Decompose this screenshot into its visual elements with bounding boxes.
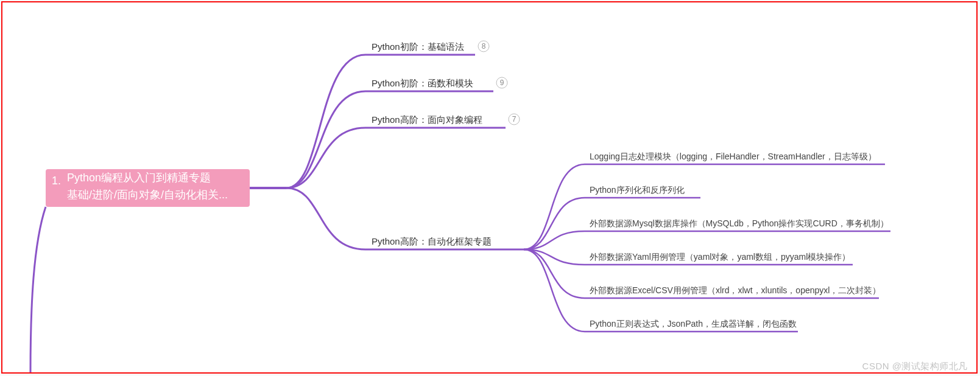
child-label: 外部数据源Mysql数据库操作（MySQLdb，Python操作实现CURD，事… bbox=[590, 218, 889, 228]
root-node[interactable]: 1. Python编程从入门到精通专题 基础/进阶/面向对象/自动化相关... bbox=[46, 169, 250, 207]
branch-3-child-2[interactable]: 外部数据源Mysql数据库操作（MySQLdb，Python操作实现CURD，事… bbox=[524, 218, 890, 249]
branch-3-child-3[interactable]: 外部数据源Yaml用例管理（yaml对象，yaml数组，pyyaml模块操作） bbox=[524, 249, 853, 265]
child-label: 外部数据源Yaml用例管理（yaml对象，yaml数组，pyyaml模块操作） bbox=[590, 252, 850, 262]
branch-3-child-0[interactable]: Logging日志处理模块（logging，FileHandler，Stream… bbox=[524, 151, 885, 249]
watermark-text: CSDN @测试架构师北凡 bbox=[862, 361, 968, 372]
root-line1: Python编程从入门到精通专题 bbox=[67, 172, 211, 184]
branch-2-label: Python高阶：面向对象编程 bbox=[372, 114, 482, 125]
branch-0-badge: 8 bbox=[482, 42, 486, 50]
branch-1-badge: 9 bbox=[500, 78, 504, 87]
branch-1[interactable]: Python初阶：函数和模块 9 bbox=[286, 77, 507, 188]
root-line2: 基础/进阶/面向对象/自动化相关... bbox=[67, 189, 228, 201]
root-prefix: 1. bbox=[52, 175, 61, 187]
child-label: Python正则表达式，JsonPath，生成器详解，闭包函数 bbox=[590, 319, 797, 329]
branch-1-label: Python初阶：函数和模块 bbox=[372, 78, 473, 88]
child-label: Logging日志处理模块（logging，FileHandler，Stream… bbox=[590, 151, 876, 161]
branch-3-child-1[interactable]: Python序列化和反序列化 bbox=[524, 185, 700, 249]
branch-3-label: Python高阶：自动化框架专题 bbox=[372, 236, 492, 246]
branch-2-badge: 7 bbox=[512, 115, 516, 124]
child-label: Python序列化和反序列化 bbox=[590, 185, 685, 195]
branch-0-label: Python初阶：基础语法 bbox=[372, 41, 464, 52]
branch-3[interactable]: Python高阶：自动化框架专题 bbox=[286, 188, 524, 249]
mindmap-canvas: 1. Python编程从入门到精通专题 基础/进阶/面向对象/自动化相关... … bbox=[0, 0, 980, 376]
child-label: 外部数据源Excel/CSV用例管理（xlrd，xlwt，xluntils，op… bbox=[590, 285, 881, 295]
tail-branch bbox=[30, 207, 46, 372]
